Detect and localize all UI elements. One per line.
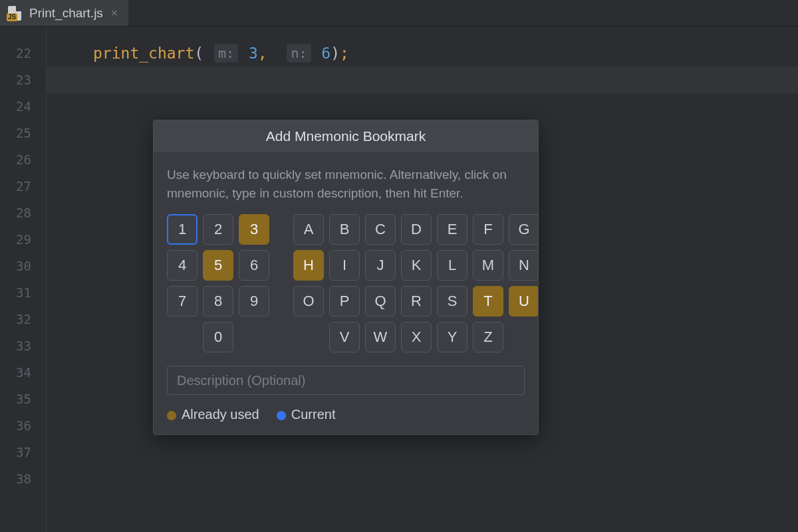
description-input[interactable] <box>167 366 525 395</box>
mnemonic-key-2[interactable]: 2 <box>203 214 233 245</box>
mnemonic-key-7[interactable]: 7 <box>167 286 198 317</box>
line-number: 28 <box>0 200 46 226</box>
mnemonic-key-grid: 1234567890 ABCDEFGHIJKLMNOPQRSTUVWXYZ <box>167 214 525 352</box>
mnemonic-key-Q[interactable]: Q <box>365 286 396 317</box>
mnemonic-key-J[interactable]: J <box>365 250 396 281</box>
line-number: 36 <box>0 412 46 439</box>
mnemonic-key-U[interactable]: U <box>509 286 539 317</box>
line-number: 29 <box>0 226 46 253</box>
legend: Already used Current <box>167 407 525 422</box>
tab-filename: Print_chart.js <box>29 6 103 21</box>
editor: 2223242526272829303132333435363738 print… <box>0 27 798 532</box>
mnemonic-key-M[interactable]: M <box>473 250 503 281</box>
line-number: 30 <box>0 253 46 279</box>
mnemonic-key-E[interactable]: E <box>437 214 467 245</box>
line-number: 33 <box>0 332 46 359</box>
mnemonic-key-4[interactable]: 4 <box>167 250 198 281</box>
line-number: 32 <box>0 306 46 332</box>
line-number: 26 <box>0 146 46 173</box>
mnemonic-key-1[interactable]: 1 <box>167 214 198 245</box>
line-number: 22 <box>0 40 46 66</box>
legend-used: Already used <box>167 407 259 422</box>
mnemonic-key-D[interactable]: D <box>401 214 432 245</box>
mnemonic-key-K[interactable]: K <box>401 250 432 281</box>
mnemonic-key-T[interactable]: T <box>473 286 503 317</box>
line-number: 35 <box>0 386 46 412</box>
line-number: 25 <box>0 120 46 146</box>
editor-tab-bar: JS Print_chart.js × <box>0 0 798 27</box>
popup-hint-text: Use keyboard to quickly set mnemonic. Al… <box>167 166 525 202</box>
mnemonic-key-Z[interactable]: Z <box>473 322 503 352</box>
mnemonic-key-F[interactable]: F <box>473 214 503 245</box>
mnemonic-key-Y[interactable]: Y <box>437 322 467 352</box>
mnemonic-key-0[interactable]: 0 <box>203 322 233 352</box>
mnemonic-key-5[interactable]: 5 <box>203 250 233 281</box>
line-number: 34 <box>0 359 46 386</box>
mnemonic-key-S[interactable]: S <box>437 286 467 317</box>
mnemonic-key-O[interactable]: O <box>293 286 324 317</box>
mnemonic-key-V[interactable]: V <box>329 322 360 352</box>
line-number: 37 <box>0 439 46 466</box>
mnemonic-key-3[interactable]: 3 <box>239 214 269 245</box>
legend-current: Current <box>277 407 336 422</box>
close-icon[interactable]: × <box>110 7 119 20</box>
mnemonic-key-R[interactable]: R <box>401 286 432 317</box>
line-number: 38 <box>0 466 46 492</box>
mnemonic-key-B[interactable]: B <box>329 214 360 245</box>
mnemonic-key-9[interactable]: 9 <box>239 286 269 317</box>
line-number: 24 <box>0 93 46 120</box>
mnemonic-key-N[interactable]: N <box>509 250 539 281</box>
code-line-22[interactable]: print_chart( m: 3, n: 6); <box>47 40 798 66</box>
code-area[interactable]: print_chart( m: 3, n: 6); Add Mnemonic B… <box>47 27 798 532</box>
line-number-gutter: 2223242526272829303132333435363738 <box>0 27 47 532</box>
line-number: 27 <box>0 173 46 200</box>
mnemonic-key-X[interactable]: X <box>401 322 432 352</box>
mnemonic-key-H[interactable]: H <box>293 250 324 281</box>
mnemonic-key-L[interactable]: L <box>437 250 467 281</box>
mnemonic-bookmark-popup: Add Mnemonic Bookmark Use keyboard to qu… <box>153 120 539 435</box>
popup-title: Add Mnemonic Bookmark <box>154 120 538 152</box>
mnemonic-key-P[interactable]: P <box>329 286 360 317</box>
line-number: 23 <box>0 66 46 93</box>
mnemonic-key-8[interactable]: 8 <box>203 286 233 317</box>
mnemonic-key-A[interactable]: A <box>293 214 324 245</box>
mnemonic-key-6[interactable]: 6 <box>239 250 269 281</box>
mnemonic-key-W[interactable]: W <box>365 322 396 352</box>
js-file-icon: JS <box>7 5 23 21</box>
mnemonic-key-I[interactable]: I <box>329 250 360 281</box>
editor-tab[interactable]: JS Print_chart.js × <box>0 0 129 26</box>
mnemonic-key-C[interactable]: C <box>365 214 396 245</box>
line-number: 31 <box>0 279 46 306</box>
mnemonic-key-G[interactable]: G <box>509 214 539 245</box>
code-line-23[interactable] <box>47 66 798 93</box>
